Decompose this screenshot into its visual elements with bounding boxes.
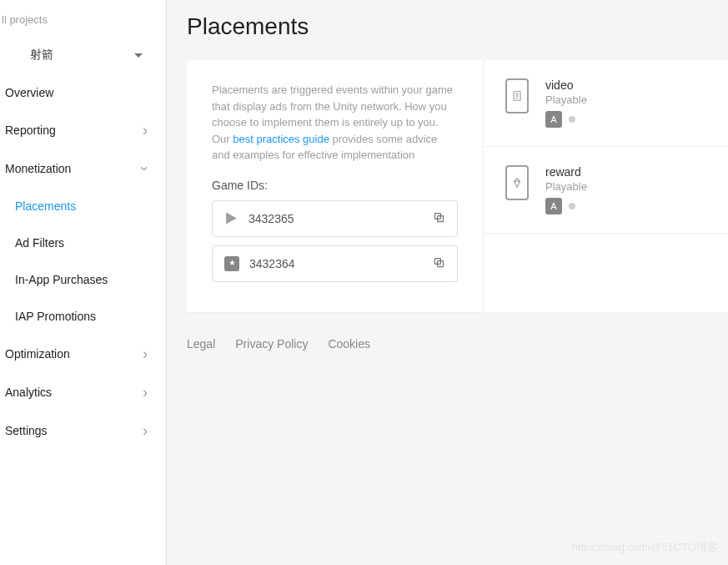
- placement-row-reward[interactable]: reward Playable A: [484, 147, 728, 234]
- phone-document-icon: [505, 78, 529, 114]
- sidebar-item-monetization[interactable]: Monetization ›: [0, 149, 166, 188]
- google-play-icon: [224, 211, 238, 225]
- game-id-value: 3432364: [249, 257, 423, 270]
- game-id-value: 3432365: [249, 212, 423, 225]
- project-selector[interactable]: 射箭: [0, 36, 166, 74]
- nav-label: Settings: [5, 424, 48, 437]
- sidebar-item-settings[interactable]: Settings ›: [0, 411, 166, 450]
- sidebar-item-overview[interactable]: Overview: [0, 74, 166, 111]
- sidebar-sub-iap[interactable]: In-App Purchases: [0, 261, 166, 298]
- chevron-right-icon: ›: [143, 346, 148, 361]
- status-dot-icon: [569, 116, 575, 123]
- page-title: Placements: [187, 13, 728, 40]
- project-name: 射箭: [30, 48, 53, 63]
- sidebar-item-analytics[interactable]: Analytics ›: [0, 373, 166, 411]
- watermark: https://blog.csdn@51CTO博客: [571, 540, 718, 555]
- store-badge-icon: A: [545, 198, 562, 214]
- footer-links: Legal Privacy Policy Cookies: [167, 312, 728, 351]
- chevron-right-icon: ›: [143, 123, 148, 138]
- placement-subtitle: Playable: [545, 180, 587, 193]
- apple-store-icon: [224, 256, 239, 271]
- chevron-right-icon: ›: [143, 423, 148, 438]
- game-ids-card: Placements are triggered events within y…: [187, 60, 483, 312]
- sidebar-item-reporting[interactable]: Reporting ›: [0, 111, 166, 149]
- nav-label: Reporting: [5, 124, 56, 137]
- chevron-right-icon: ›: [143, 385, 148, 400]
- sidebar-sub-placements[interactable]: Placements: [0, 188, 166, 224]
- placement-subtitle: Playable: [545, 93, 587, 106]
- chevron-down-icon: ›: [138, 166, 153, 171]
- game-ids-label: Game IDs:: [212, 179, 458, 192]
- card-description: Placements are triggered events within y…: [212, 82, 458, 164]
- status-dot-icon: [569, 203, 575, 209]
- sidebar-item-optimization[interactable]: Optimization ›: [0, 335, 166, 373]
- sidebar-sub-ad-filters[interactable]: Ad Filters: [0, 224, 166, 261]
- footer-privacy[interactable]: Privacy Policy: [235, 337, 308, 351]
- phone-diamond-icon: [505, 165, 529, 200]
- nav-label: Optimization: [5, 347, 70, 361]
- game-id-row-ios: 3432364: [212, 245, 458, 282]
- store-badge-icon: A: [545, 111, 562, 128]
- footer-legal[interactable]: Legal: [187, 337, 215, 351]
- best-practices-link[interactable]: best practices guide: [233, 133, 329, 145]
- sidebar: ll projects 射箭 Overview Reporting › Mone…: [0, 0, 167, 565]
- nav-label: Monetization: [5, 162, 71, 175]
- nav-label: Analytics: [5, 386, 52, 399]
- sidebar-sub-iap-promotions[interactable]: IAP Promotions: [0, 298, 166, 335]
- copy-button[interactable]: [433, 211, 445, 226]
- footer-cookies[interactable]: Cookies: [328, 337, 370, 351]
- main-content: Placements Placements are triggered even…: [167, 0, 728, 565]
- game-id-row-android: 3432365: [212, 200, 458, 237]
- copy-button[interactable]: [433, 256, 445, 271]
- placement-name: video: [545, 78, 587, 92]
- nav-label: Overview: [5, 86, 53, 99]
- placements-list: video Playable A reward Playable: [483, 60, 728, 312]
- placement-row-video[interactable]: video Playable A: [484, 60, 728, 147]
- caret-down-icon: [134, 53, 143, 58]
- placement-name: reward: [545, 165, 587, 179]
- all-projects-link[interactable]: ll projects: [0, 10, 166, 36]
